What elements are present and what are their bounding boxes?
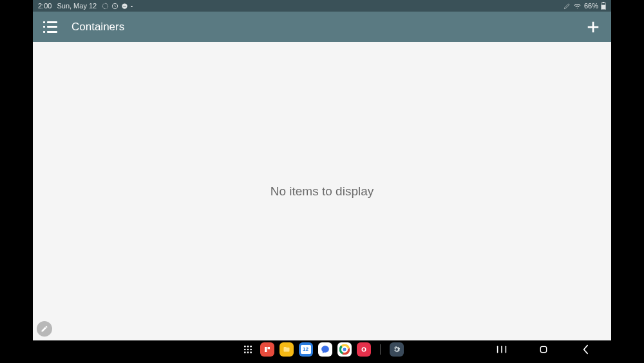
svg-point-13: [247, 348, 249, 350]
status-date: Sun, May 12: [57, 2, 97, 10]
app-bar: Containers: [33, 12, 611, 42]
svg-point-27: [363, 348, 365, 351]
dot-icon: •: [131, 3, 133, 9]
svg-rect-31: [540, 346, 546, 352]
clock-icon: [111, 3, 118, 10]
dock-app-1[interactable]: [260, 342, 274, 357]
svg-point-14: [250, 348, 252, 350]
svg-rect-8: [588, 26, 599, 28]
status-bar: 2:00 Sun, May 12 • 66%: [33, 0, 611, 12]
wifi-icon: [573, 3, 582, 10]
dock-app-camera[interactable]: [357, 342, 371, 357]
svg-point-9: [244, 346, 246, 348]
battery-icon: [601, 2, 606, 10]
svg-point-15: [244, 351, 246, 353]
recents-button[interactable]: [495, 343, 508, 356]
svg-point-16: [247, 351, 249, 353]
apps-grid-icon[interactable]: [241, 342, 255, 357]
page-title: Containers: [71, 21, 585, 34]
minus-circle-icon: [121, 3, 128, 10]
svg-point-12: [244, 348, 246, 350]
svg-point-11: [250, 346, 252, 348]
battery-percent: 66%: [584, 2, 598, 10]
status-time: 2:00: [38, 2, 52, 10]
dnd-icon: [102, 3, 109, 10]
menu-icon[interactable]: [43, 21, 57, 33]
svg-rect-6: [601, 5, 605, 10]
dock-app-chrome[interactable]: [337, 342, 352, 357]
dock-app-calendar[interactable]: 12: [299, 342, 313, 357]
edit-fab[interactable]: [37, 321, 52, 337]
svg-point-10: [247, 346, 249, 348]
empty-state-text: No items to display: [270, 184, 374, 199]
svg-rect-18: [265, 347, 267, 352]
svg-rect-19: [267, 347, 270, 349]
add-button[interactable]: [585, 19, 601, 35]
svg-rect-3: [123, 6, 126, 6]
navigation-bar: 12: [33, 340, 611, 358]
dock-app-settings[interactable]: [390, 342, 404, 357]
svg-point-17: [250, 351, 252, 353]
dock-app-messages[interactable]: [318, 342, 332, 357]
home-button[interactable]: [537, 343, 550, 356]
dock-divider: [380, 344, 381, 355]
svg-point-0: [103, 3, 108, 8]
dock-app-files[interactable]: [279, 342, 294, 357]
pen-icon: [564, 3, 571, 10]
content-area: No items to display: [33, 42, 611, 340]
back-button[interactable]: [579, 343, 592, 356]
